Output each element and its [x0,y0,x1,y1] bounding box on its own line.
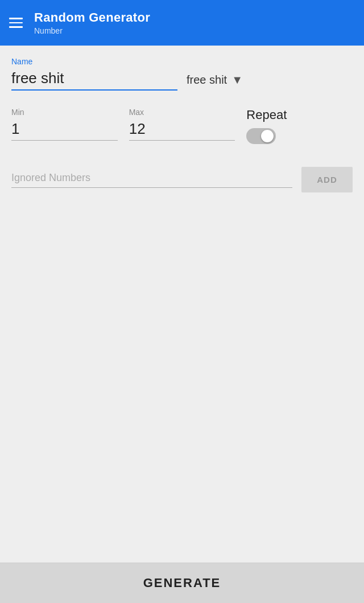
min-group: Min [11,108,118,141]
generate-button-label: GENERATE [143,576,221,590]
header-text: Random Generator Number [34,10,150,35]
ignored-row: ADD [11,167,353,192]
params-row: Min Max Repeat [11,108,353,144]
min-input[interactable] [11,120,118,141]
app-header: Random Generator Number [0,0,364,46]
name-row: free shit ▼ [11,69,353,91]
repeat-group: Repeat [246,108,353,144]
generate-bar[interactable]: GENERATE [0,563,364,603]
name-dropdown[interactable]: free shit ▼ [187,73,353,87]
app-title: Random Generator [34,10,150,25]
repeat-toggle[interactable] [246,128,276,144]
name-input-wrapper [11,69,177,91]
app-subtitle: Number [34,26,150,35]
min-label: Min [11,108,118,117]
menu-button[interactable] [9,18,23,28]
add-button[interactable]: ADD [301,167,353,192]
ignored-numbers-input[interactable] [11,172,292,188]
spacer [11,204,353,563]
max-label: Max [129,108,235,117]
name-input[interactable] [11,69,177,87]
repeat-label: Repeat [246,108,287,122]
name-label: Name [11,57,353,66]
max-group: Max [129,108,235,141]
name-dropdown-value: free shit [187,73,227,87]
chevron-down-icon: ▼ [231,73,243,87]
max-input[interactable] [129,120,235,141]
main-content: Name free shit ▼ Min Max Repeat [0,46,364,563]
